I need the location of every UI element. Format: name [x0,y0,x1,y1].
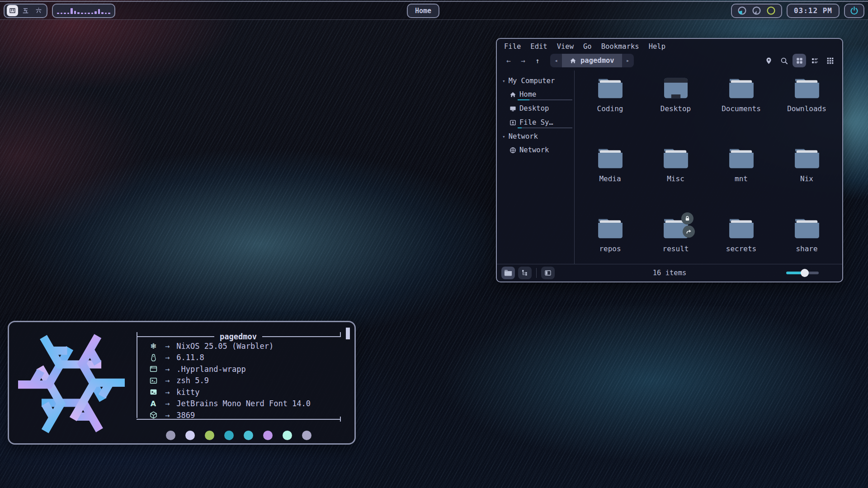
workspace-button-6[interactable] [33,5,44,16]
system-fetch-widget: pagedmov ❄ → NixOS 25.05 (Warbler) → 6.1… [8,321,356,445]
path-tab[interactable]: pagedmov [562,54,622,67]
fetch-row-shell: → zsh 5.9 [148,375,336,387]
folder-label: mnt [735,174,748,183]
toggle-sidepane-button[interactable] [541,267,555,279]
file-manager-window: File Edit View Go Bookmarks Help ← → ↑ ◂… [496,38,843,282]
compact-view-button[interactable] [808,54,821,67]
folder-documents[interactable]: Documents [709,73,774,113]
folder-media[interactable]: Media [578,143,642,183]
icon-view-button[interactable] [793,54,806,67]
menu-go[interactable]: Go [583,42,592,51]
cpu-usage-circle-icon[interactable] [767,6,775,15]
search-button[interactable] [777,54,791,67]
palette-dot [283,431,292,440]
up-button[interactable]: ↑ [531,56,544,65]
folder-label: Misc [667,174,684,183]
folder-coding[interactable]: Coding [578,73,642,113]
folder-secrets[interactable]: secrets [709,213,774,253]
folder-nix[interactable]: Nix [775,143,839,183]
clock-island: 03:12 PM [787,4,840,18]
folder-icon [793,77,821,100]
folder-icon [793,147,821,170]
folder-misc[interactable]: Misc [644,143,708,183]
tab-scroll-left-icon[interactable]: ◂ [550,54,562,67]
small-grid-icon [826,57,834,65]
terminal-cursor [346,328,350,339]
collapse-triangle-icon[interactable]: ▾ [502,134,505,140]
disk-usage-circle-icon[interactable] [738,6,746,15]
sidebar-section-my-computer[interactable]: ▾ My Computer [502,77,571,85]
sidebar-item-filesystem[interactable]: File Sy… [509,118,571,127]
status-bar: 16 items [497,264,842,282]
cjk-five-glyph [22,7,29,14]
desktop-folder-icon [662,77,689,100]
fetch-shell-value: zsh 5.9 [176,376,209,385]
folder-icon [597,217,624,240]
thumbnail-view-button[interactable] [823,54,837,67]
terminal-color-palette [166,431,311,440]
show-places-button[interactable] [501,267,515,279]
list-view-icon [811,57,819,65]
folder-mnt[interactable]: mnt [709,143,774,183]
fetch-hostname: pagedmov [220,332,257,341]
sidebar-item-desktop[interactable]: Desktop [509,104,571,113]
folder-label: Coding [597,104,623,113]
fetch-os-value: NixOS 25.05 (Warbler) [176,342,274,351]
power-button[interactable] [844,4,864,18]
window-icon [150,365,157,373]
fetch-kernel-value: 6.11.8 [176,353,204,362]
folder-label: secrets [726,244,756,253]
menu-view[interactable]: View [557,42,574,51]
palette-dot [302,431,311,440]
menu-edit[interactable]: Edit [530,42,547,51]
sidebar-section-network[interactable]: ▾ Network [502,132,571,141]
tab-scroll-right-icon[interactable]: ▸ [622,54,634,67]
sidebar-item-network[interactable]: Network [509,146,571,154]
item-count: 16 items [653,269,687,277]
active-window-title: Home [415,7,431,15]
folder-label: repos [599,244,621,253]
slider-knob[interactable] [801,269,809,277]
toolbar: ← → ↑ ◂ pagedmov ▸ [497,52,842,70]
cjk-four-glyph [9,7,16,14]
arrow-glyph: → [165,353,170,362]
side-panel-icon [544,269,552,277]
fetch-info-box: pagedmov ❄ → NixOS 25.05 (Warbler) → 6.1… [137,328,341,422]
folder-icon [728,77,755,100]
readonly-lock-emblem-icon [681,212,693,225]
fetch-row-wm: → .Hyprland-wrapp [148,363,336,375]
path-bar: ◂ pagedmov ▸ [550,54,634,67]
back-button[interactable]: ← [502,56,515,65]
workspace-button-4[interactable] [7,5,18,16]
location-pin-button[interactable] [762,54,775,67]
folder-desktop[interactable]: Desktop [644,73,708,113]
fetch-row-kernel: → 6.11.8 [148,352,336,364]
menu-file[interactable]: File [504,42,521,51]
forward-button[interactable]: → [517,56,529,65]
workspace-button-5[interactable] [20,5,31,16]
shell-icon [150,377,157,385]
top-status-bar: Home 03:12 PM [0,1,868,20]
folder-icon [662,147,689,170]
workspace-switcher [4,4,47,18]
font-icon: A [148,399,158,408]
section-label: Network [509,132,538,141]
folder-label: result [663,244,689,253]
folder-icon [728,147,755,170]
icon-zoom-slider[interactable] [786,272,819,274]
show-tree-button[interactable] [518,267,532,279]
sidebar-item-home[interactable]: Home [509,90,571,99]
menu-help[interactable]: Help [649,42,665,51]
folder-repos[interactable]: repos [578,213,642,253]
menu-bookmarks[interactable]: Bookmarks [601,42,639,51]
fetch-wm-value: .Hyprland-wrapp [176,365,246,374]
audio-visualizer [52,4,115,18]
folder-result[interactable]: result [644,213,708,253]
collapse-triangle-icon[interactable]: ▾ [502,78,505,84]
file-grid: Coding Desktop Documents Downloads Media… [575,70,842,264]
section-label: My Computer [509,77,555,85]
memory-usage-circle-icon[interactable] [752,6,761,15]
folder-share[interactable]: share [775,213,839,253]
folder-downloads[interactable]: Downloads [775,73,839,113]
places-sidebar: ▾ My Computer Home Desktop File Sy… ▾ Ne… [497,70,575,264]
